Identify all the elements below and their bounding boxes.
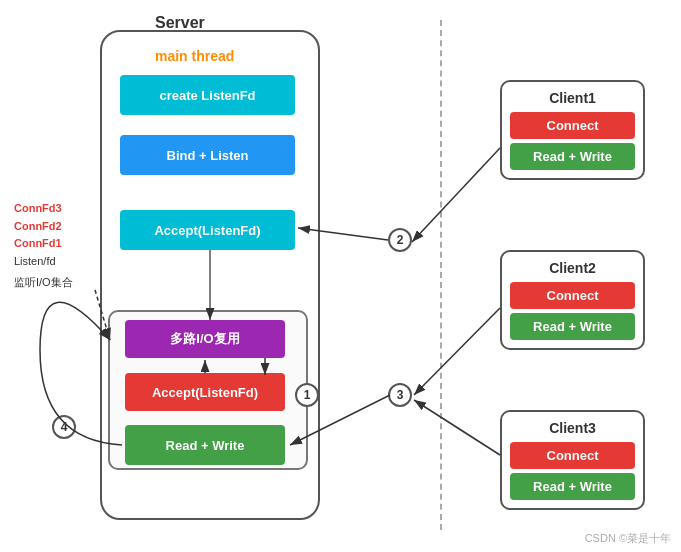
client3-title: Client3	[510, 420, 635, 436]
circle-2: 2	[388, 228, 412, 252]
block-create-listenfd: create ListenFd	[120, 75, 295, 115]
client1-rw: Read + Write	[510, 143, 635, 170]
block-read-write: Read + Write	[125, 425, 285, 465]
client1-box: Client1 Connect Read + Write	[500, 80, 645, 180]
client2-connect: Connect	[510, 282, 635, 309]
circle-3: 3	[388, 383, 412, 407]
client2-box: Client2 Connect Read + Write	[500, 250, 645, 350]
client2-title: Client2	[510, 260, 635, 276]
client3-rw: Read + Write	[510, 473, 635, 500]
monitor-label: 监听I/O集合	[14, 275, 73, 290]
connfd2-label: ConnFd2	[14, 218, 73, 236]
client3-connect: Connect	[510, 442, 635, 469]
server-title: Server	[155, 14, 205, 32]
watermark: CSDN ©菜是十年	[585, 531, 671, 546]
svg-line-3	[412, 148, 500, 242]
block-bind-listen: Bind + Listen	[120, 135, 295, 175]
block-mux: 多路I/O复用	[125, 320, 285, 358]
block-accept-bottom: Accept(ListenFd)	[125, 373, 285, 411]
svg-line-6	[414, 400, 500, 455]
main-thread-label: main thread	[155, 48, 234, 64]
block-accept-top: Accept(ListenFd)	[120, 210, 295, 250]
client2-rw: Read + Write	[510, 313, 635, 340]
connfd1-label: ConnFd1	[14, 235, 73, 253]
listen-fd-label: Listen/fd	[14, 255, 73, 267]
client3-box: Client3 Connect Read + Write	[500, 410, 645, 510]
left-labels: ConnFd3 ConnFd2 ConnFd1 Listen/fd 监听I/O集…	[14, 200, 73, 290]
client1-connect: Connect	[510, 112, 635, 139]
dashed-line	[440, 20, 442, 530]
svg-line-8	[414, 308, 500, 395]
connfd3-label: ConnFd3	[14, 200, 73, 218]
diagram-container: Server main thread create ListenFd Bind …	[0, 0, 681, 552]
client1-title: Client1	[510, 90, 635, 106]
circle-4: 4	[52, 415, 76, 439]
circle-1: 1	[295, 383, 319, 407]
